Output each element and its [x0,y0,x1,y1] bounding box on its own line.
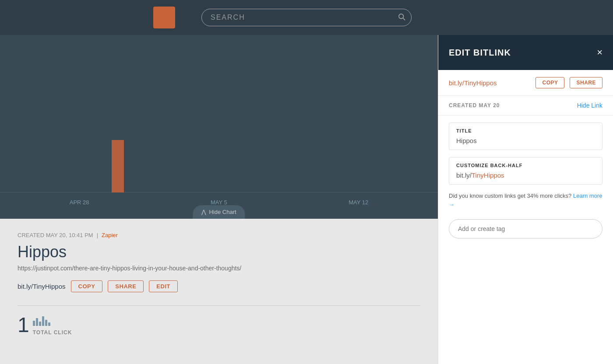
customize-field-label: CUSTOMIZE BACK-HALF [456,163,595,168]
customize-prefix: bit.ly/ [456,172,472,179]
chart-labels: APR 28 MAY 5 MAY 12 [0,199,438,206]
chart-label-may5: MAY 5 [211,199,227,206]
customize-slug: TinyHippos [472,172,504,179]
link-actions: bit.ly/TinyHippos COPY SHARE EDIT [18,280,420,292]
search-input[interactable] [201,9,412,26]
chart-label-may12: MAY 12 [349,199,368,206]
main-area: APR 28 MAY 5 MAY 12 ⋀ Hide Chart CREATED… [0,35,613,364]
panel-share-button[interactable]: SHARE [570,77,602,88]
created-label: CREATED MAY 20 [449,102,500,108]
left-content: APR 28 MAY 5 MAY 12 ⋀ Hide Chart CREATED… [0,35,438,364]
hide-link-button[interactable]: Hide Link [577,102,602,109]
meta-separator: | [97,232,98,238]
stat-bar-2 [36,318,38,326]
bitlink-row: bit.ly/TinyHippos COPY SHARE [438,70,613,96]
divider [18,305,420,306]
total-clicks-number: 1 [18,315,29,336]
panel-copy-button[interactable]: COPY [535,77,564,88]
stat-bars-container: TOTAL CLICK [33,316,72,336]
custom-info: Did you know custom links get 34% more c… [438,192,613,216]
link-title: Hippos [18,243,420,261]
chart-inner: APR 28 MAY 5 MAY 12 ⋀ Hide Chart [0,35,438,219]
stat-bar-3 [39,322,41,326]
created-row: CREATED MAY 20 Hide Link [438,96,613,116]
svg-line-1 [403,18,405,20]
create-button[interactable] [153,7,175,28]
chart-area: APR 28 MAY 5 MAY 12 ⋀ Hide Chart [0,35,438,219]
stat-bar-5 [45,320,47,326]
stat-bar-4 [42,316,44,326]
title-field[interactable]: TITLE Hippos [449,122,602,150]
panel-body: bit.ly/TinyHippos COPY SHARE CREATED MAY… [438,70,613,364]
stat-bars [33,316,72,326]
link-meta: CREATED MAY 20, 10:41 PM | Zapier [18,232,420,238]
zapier-link[interactable]: Zapier [102,232,118,238]
chart-bar [112,140,124,192]
close-button[interactable]: × [597,48,602,57]
right-panel: EDIT BITLINK × bit.ly/TinyHippos COPY SH… [438,35,613,364]
title-field-value: Hippos [456,137,595,144]
panel-title: EDIT BITLINK [449,48,511,58]
share-button[interactable]: SHARE [108,280,144,292]
customize-field[interactable]: CUSTOMIZE BACK-HALF bit.ly/TinyHippos [449,157,602,185]
custom-info-text: Did you know custom links get 34% more c… [449,192,571,199]
total-click-label: TOTAL CLICK [33,329,72,336]
title-field-label: TITLE [456,128,595,133]
stat-bar-6 [48,322,50,326]
top-bar [0,0,613,35]
panel-bitlink-prefix: bit.ly/ [449,79,464,87]
panel-header: EDIT BITLINK × [438,35,613,70]
chart-label-apr28: APR 28 [70,199,89,206]
search-icon [398,13,405,22]
stats-row: 1 TOTAL CLICK [18,315,420,336]
chevron-up-icon: ⋀ [201,209,206,215]
hide-chart-button[interactable]: ⋀ Hide Chart [193,205,245,219]
link-url: https://justinpot.com/there-are-tiny-hip… [18,265,420,272]
bitlink-prefix: bit.ly/ [18,283,33,290]
panel-bitlink: bit.ly/TinyHippos [449,79,530,87]
edit-button[interactable]: EDIT [149,280,178,292]
created-meta: CREATED MAY 20, 10:41 PM [18,232,93,238]
link-details: CREATED MAY 20, 10:41 PM | Zapier Hippos… [0,219,438,364]
tag-input-wrap [449,219,602,238]
hide-chart-label: Hide Chart [209,209,236,215]
copy-button[interactable]: COPY [71,280,103,292]
panel-bitlink-slug: TinyHippos [464,79,497,87]
stat-bar-1 [33,321,35,326]
bitlink-slug: TinyHippos [33,283,65,290]
bitlink-short[interactable]: bit.ly/TinyHippos [18,283,66,290]
chart-baseline [0,192,438,192]
tag-input[interactable] [458,225,593,232]
search-container [201,9,412,26]
customize-field-value: bit.ly/TinyHippos [456,172,595,179]
